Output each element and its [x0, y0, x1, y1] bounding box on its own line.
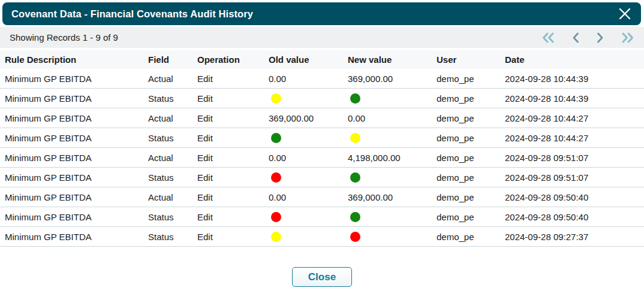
cell: Edit: [192, 168, 264, 187]
status-cell: [264, 168, 343, 187]
cell: demo_pe: [432, 128, 500, 148]
cell: Edit: [192, 207, 264, 227]
status-cell: [343, 89, 432, 108]
cell: 2024-09-28 09:51:07: [500, 168, 644, 187]
cell: 2024-09-28 10:44:39: [500, 69, 644, 89]
cell: Minimum GP EBITDA: [0, 128, 143, 148]
status-cell: [343, 128, 432, 148]
cell: 369,000.00: [343, 69, 432, 89]
cell: Edit: [192, 148, 264, 168]
audit-table-body: Minimum GP EBITDAActualEdit0.00369,000.0…: [0, 69, 644, 247]
close-icon[interactable]: [618, 7, 632, 21]
cell: Edit: [192, 227, 264, 247]
cell: Status: [143, 207, 192, 227]
cell: Minimum GP EBITDA: [0, 69, 143, 89]
pagination-controls: [541, 32, 634, 44]
previous-page-icon[interactable]: [571, 32, 580, 44]
table-row: Minimum GP EBITDAStatusEditdemo_pe2024-0…: [0, 227, 644, 247]
cell: Actual: [143, 148, 192, 168]
cell: demo_pe: [432, 168, 500, 187]
cell: 369,000.00: [264, 108, 343, 128]
last-page-icon[interactable]: [621, 32, 634, 44]
cell: demo_pe: [432, 148, 500, 168]
green-status-dot-icon: [350, 93, 360, 104]
cell: 0.00: [343, 108, 432, 128]
cell: demo_pe: [432, 227, 500, 247]
red-status-dot-icon: [350, 232, 360, 242]
cell: Minimum GP EBITDA: [0, 227, 143, 247]
status-cell: [343, 227, 432, 247]
table-row: Minimum GP EBITDAStatusEditdemo_pe2024-0…: [0, 89, 644, 108]
column-header: Old value: [264, 50, 343, 69]
cell: Edit: [192, 69, 264, 89]
cell: Minimum GP EBITDA: [0, 207, 143, 227]
column-header: User: [432, 50, 500, 69]
red-status-dot-icon: [271, 172, 281, 183]
column-header: New value: [343, 50, 432, 69]
cell: Actual: [143, 187, 192, 207]
green-status-dot-icon: [350, 172, 360, 183]
status-cell: [264, 128, 343, 148]
status-cell: [264, 89, 343, 108]
cell: 2024-09-28 10:44:27: [500, 108, 644, 128]
cell: demo_pe: [432, 187, 500, 207]
column-header: Rule Description: [0, 50, 143, 69]
cell: Edit: [192, 187, 264, 207]
cell: Status: [143, 89, 192, 108]
showing-records-text: Showing Records 1 - 9 of 9: [10, 32, 118, 43]
dialog-titlebar: Covenant Data - Financial Covenants Audi…: [2, 2, 641, 25]
cell: demo_pe: [432, 89, 500, 108]
table-header-row: Rule DescriptionFieldOperationOld valueN…: [0, 50, 644, 69]
cell: 369,000.00: [343, 187, 432, 207]
cell: 0.00: [264, 148, 343, 168]
cell: 2024-09-28 10:44:27: [500, 128, 644, 148]
green-status-dot-icon: [271, 133, 281, 143]
cell: Minimum GP EBITDA: [0, 148, 143, 168]
yellow-status-dot-icon: [271, 232, 281, 242]
cell: Edit: [192, 128, 264, 148]
green-status-dot-icon: [350, 212, 360, 222]
table-row: Minimum GP EBITDAStatusEditdemo_pe2024-0…: [0, 128, 644, 148]
cell: 0.00: [264, 187, 343, 207]
cell: 2024-09-28 09:50:40: [500, 187, 644, 207]
next-page-icon[interactable]: [596, 32, 604, 44]
column-header: Field: [143, 50, 192, 69]
cell: demo_pe: [432, 69, 500, 89]
cell: 2024-09-28 09:27:37: [500, 227, 644, 247]
yellow-status-dot-icon: [350, 133, 360, 143]
records-toolbar: Showing Records 1 - 9 of 9: [0, 27, 644, 48]
cell: Actual: [143, 108, 192, 128]
cell: 4,198,000.00: [343, 148, 432, 168]
cell: demo_pe: [432, 108, 500, 128]
cell: Minimum GP EBITDA: [0, 187, 143, 207]
status-cell: [343, 168, 432, 187]
cell: 2024-09-28 09:50:40: [500, 207, 644, 227]
cell: Edit: [192, 89, 264, 108]
cell: Status: [143, 227, 192, 247]
cell: demo_pe: [432, 207, 500, 227]
table-row: Minimum GP EBITDAActualEdit0.00369,000.0…: [0, 69, 644, 89]
status-cell: [264, 207, 343, 227]
audit-history-dialog: Covenant Data - Financial Covenants Audi…: [0, 0, 644, 294]
cell: Status: [143, 168, 192, 187]
table-row: Minimum GP EBITDAActualEdit0.004,198,000…: [0, 148, 644, 168]
cell: Minimum GP EBITDA: [0, 168, 143, 187]
table-row: Minimum GP EBITDAActualEdit0.00369,000.0…: [0, 187, 644, 207]
red-status-dot-icon: [271, 212, 281, 222]
first-page-icon[interactable]: [541, 32, 555, 44]
status-cell: [264, 227, 343, 247]
status-cell: [343, 207, 432, 227]
cell: Minimum GP EBITDA: [0, 108, 143, 128]
cell: 2024-09-28 09:51:07: [500, 148, 644, 168]
cell: Status: [143, 128, 192, 148]
table-row: Minimum GP EBITDAActualEdit369,000.000.0…: [0, 108, 644, 128]
table-row: Minimum GP EBITDAStatusEditdemo_pe2024-0…: [0, 168, 644, 187]
dialog-title: Covenant Data - Financial Covenants Audi…: [11, 8, 253, 20]
cell: Actual: [143, 69, 192, 89]
cell: 2024-09-28 10:44:39: [500, 89, 644, 108]
column-header: Operation: [192, 50, 264, 69]
column-header: Date: [500, 50, 644, 69]
close-button[interactable]: Close: [292, 267, 352, 287]
cell: 0.00: [264, 69, 343, 89]
cell: Minimum GP EBITDA: [0, 89, 143, 108]
